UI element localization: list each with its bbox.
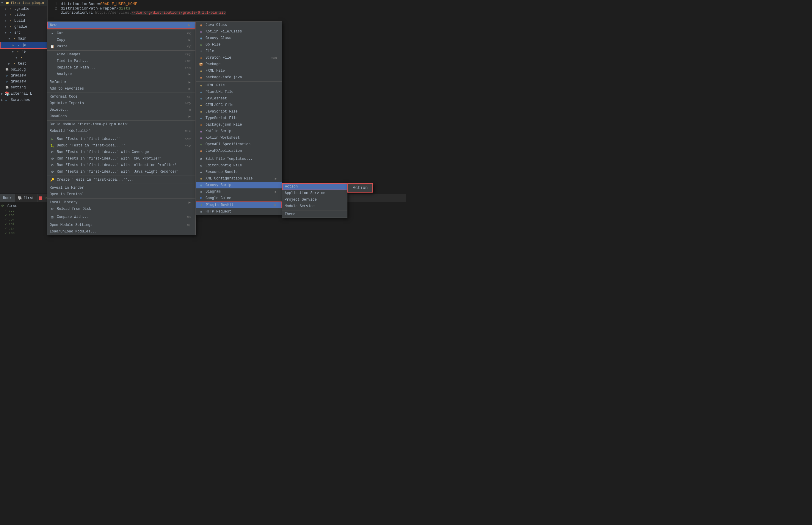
- submenu-stylesheet[interactable]: ◈ Stylesheet: [196, 95, 282, 102]
- menu-item-reload[interactable]: ⟳ Reload from Disk: [47, 206, 196, 212]
- tree-item-resources[interactable]: ▼ ▪ re: [0, 49, 47, 55]
- menu-item-terminal[interactable]: Open in Terminal: [47, 191, 196, 198]
- separator-files-2: [196, 155, 282, 155]
- tree-item-main[interactable]: ▼ ▪ main: [0, 36, 47, 42]
- tree-item-build[interactable]: ▶ ▪ build: [0, 18, 47, 24]
- submenu-html[interactable]: ◈ HTML File: [196, 82, 282, 89]
- submenu-go-file[interactable]: ◉ Go File: [196, 41, 282, 48]
- submenu-groovy-script[interactable]: ◉ Groovy Script: [196, 182, 282, 189]
- menu-item-run-alloc[interactable]: ⟳ Run 'Tests in 'first-idea...' with 'Al…: [47, 162, 196, 168]
- plugin-project-service[interactable]: Project Service: [282, 196, 347, 203]
- tree-item-src[interactable]: ▼ ▪ src: [0, 30, 47, 36]
- menu-item-delete[interactable]: Delete... ⌫: [47, 107, 196, 113]
- tree-item-gradle[interactable]: ▶ ▪ .gradle: [0, 6, 47, 12]
- submenu-xml-config[interactable]: ◈ XML Configuration File ▶: [196, 175, 282, 182]
- menu-item-copy[interactable]: Copy ▶: [47, 36, 196, 43]
- submenu-diagram[interactable]: ◈ Diagram ▶: [196, 189, 282, 195]
- submenu-cfml[interactable]: ◈ CFML/CFC file: [196, 102, 282, 108]
- tree-item-gradlew2[interactable]: ▷ gradlew: [0, 78, 47, 85]
- submenu-package-info[interactable]: ◉ package-info.java: [196, 74, 282, 81]
- tree-item-java[interactable]: ▶ ▪ ja: [0, 42, 47, 49]
- test-item-pc[interactable]: ✓ :pc: [5, 231, 45, 235]
- submenu-plantuml[interactable]: ◈ PlantUML File: [196, 89, 282, 95]
- test-root[interactable]: ⟳ first-: [1, 203, 45, 208]
- menu-item-find-usages[interactable]: Find Usages ⌥F7: [47, 51, 196, 58]
- test-item-ir[interactable]: ✓ :ir: [5, 226, 45, 231]
- menu-item-run-cpu[interactable]: ⟳ Run 'Tests in 'first-idea...' with 'CP…: [47, 155, 196, 162]
- tree-item-settings[interactable]: 🐘 setting: [0, 85, 47, 90]
- menu-item-run-coverage[interactable]: ⟳ Run 'Tests in 'first-idea...' with Cov…: [47, 149, 196, 155]
- submenu-edit-templates[interactable]: ⚙ Edit File Templates...: [196, 156, 282, 162]
- menu-item-reformat[interactable]: Reformat Code ⌘L: [47, 93, 196, 100]
- menu-item-module-settings[interactable]: Open Module Settings ⌘↓: [47, 222, 196, 228]
- paste-icon: 📋: [50, 45, 55, 48]
- menu-item-cut[interactable]: ✂ Cut ⌘X: [47, 30, 196, 36]
- submenu-javafx[interactable]: ◉ JavaFXApplication: [196, 148, 282, 154]
- menu-item-favorites[interactable]: Add to Favorites ▶: [47, 86, 196, 92]
- test-item-pr[interactable]: ✓ :pr: [5, 217, 45, 222]
- submenu-http-request[interactable]: ◈ HTTP Request: [196, 208, 282, 215]
- submenu-kotlin-script[interactable]: ◉ Kotlin Script: [196, 128, 282, 135]
- tree-item-gradlew[interactable]: ▷ gradlew: [0, 73, 47, 78]
- menu-item-new[interactable]: New ▶: [47, 22, 196, 29]
- submenu-fxml[interactable]: ◈ FXML File: [196, 68, 282, 74]
- test-item-pa[interactable]: ✓ :pa: [5, 213, 45, 217]
- menu-item-optimize[interactable]: Optimize Imports ^⌥O: [47, 100, 196, 107]
- debug-icon: 🐛: [50, 144, 55, 148]
- tree-item-gradle-dir[interactable]: ▶ ▪ gradle: [0, 24, 47, 30]
- external-libraries[interactable]: ▶ 📚 External L: [0, 90, 47, 97]
- submenu-java-class[interactable]: ◉ Java Class: [196, 22, 282, 28]
- submenu-kotlin-class[interactable]: ◉ Kotlin File/Class: [196, 28, 282, 35]
- menu-item-load-modules[interactable]: Load/Unload Modules...: [47, 228, 196, 235]
- javafx-icon: ◉: [198, 149, 204, 153]
- tree-item-resources-sub[interactable]: ▼ ▪: [0, 55, 47, 61]
- submenu-editorconfig[interactable]: ⚙ EditorConfig File: [196, 162, 282, 169]
- menu-item-paste[interactable]: 📋 Paste ⌘V: [47, 43, 196, 50]
- menu-item-new-label: New: [50, 23, 186, 27]
- test-item-cl[interactable]: ✓ :cl: [5, 222, 45, 226]
- run-tab-first[interactable]: 🐘 first: [15, 194, 37, 202]
- submenu-resource-bundle[interactable]: ◈ Resource Bundle: [196, 169, 282, 175]
- submenu-kotlin-worksheet[interactable]: ◉ Kotlin Worksheet: [196, 135, 282, 141]
- menu-item-create-tests[interactable]: 🔑 Create 'Tests in 'first-idea...''...: [47, 177, 196, 183]
- project-root[interactable]: ▼ 📁 first-idea-plugin: [0, 0, 47, 6]
- tree-item-test[interactable]: ▶ ▪ test: [0, 61, 47, 67]
- tree-item-buildg[interactable]: 🐘 build.g: [0, 67, 47, 73]
- menu-item-javadocs[interactable]: JavaDocs ▶: [47, 113, 196, 120]
- plugin-action-item[interactable]: Action: [282, 183, 347, 190]
- editor-line-3: distributionUrl=https://services.--dle.o…: [51, 11, 403, 15]
- menu-item-run-tests[interactable]: ▶ Run 'Tests in 'first-idea...'' ^⌥R: [47, 136, 196, 142]
- submenu-openapi[interactable]: ◈ OpenAPI Specification: [196, 141, 282, 148]
- plugin-app-service[interactable]: Application Service: [282, 190, 347, 196]
- submenu-google-guice[interactable]: G Google Guice: [196, 195, 282, 201]
- menu-item-replace-path[interactable]: Replace in Path... ⇧⌘R: [47, 64, 196, 71]
- menu-item-debug-tests[interactable]: 🐛 Debug 'Tests in 'first-idea...'' ^⌥D: [47, 142, 196, 149]
- plugin-theme[interactable]: Theme: [282, 211, 347, 217]
- submenu-plugin-devkit[interactable]: ◈ Plugin DevKit ▶: [196, 201, 282, 208]
- submenu-js[interactable]: ◈ JavaScript File: [196, 108, 282, 115]
- menu-item-rebuild[interactable]: Rebuild '<default>' ⌘F9: [47, 128, 196, 134]
- test-item-cc[interactable]: ✓ :cc: [5, 208, 45, 213]
- scratches[interactable]: ▶ ✏ Scratches: [0, 97, 47, 103]
- menu-item-paste-label: Paste: [57, 44, 179, 48]
- menu-item-analyze[interactable]: Analyze ▶: [47, 71, 196, 77]
- submenu-scratch-file[interactable]: ◈ Scratch File ⇧⌘N: [196, 55, 282, 61]
- submenu-groovy-class[interactable]: ◉ Groovy Class: [196, 35, 282, 41]
- plugin-module-service[interactable]: Module Service: [282, 203, 347, 210]
- menu-item-reveal[interactable]: Reveal in Finder: [47, 184, 196, 191]
- menu-item-build-module[interactable]: Build Module 'first-idea-plugin.main': [47, 121, 196, 128]
- menu-item-find-path[interactable]: Find in Path... ⇧⌘F: [47, 58, 196, 64]
- menu-item-local-history[interactable]: Local History ▶: [47, 199, 196, 206]
- menu-item-run-jfr[interactable]: ⟳ Run 'Tests in 'first-idea...' with 'Ja…: [47, 168, 196, 175]
- submenu-package-json[interactable]: ◈ package.json File: [196, 121, 282, 128]
- run-tab-run[interactable]: Run:: [0, 194, 15, 202]
- menu-item-refactor[interactable]: Refactor ▶: [47, 79, 196, 86]
- submenu-package[interactable]: 📦 Package: [196, 61, 282, 68]
- submenu-ts[interactable]: ◈ TypeScript File: [196, 115, 282, 121]
- menu-item-compare[interactable]: ◫ Compare With... ⌘D: [47, 214, 196, 220]
- tree-item-idea[interactable]: ▶ ▪ .idea: [0, 12, 47, 18]
- java-class-icon: ◉: [198, 23, 204, 27]
- plantuml-icon: ◈: [198, 90, 204, 94]
- stop-button[interactable]: [39, 196, 42, 200]
- submenu-file[interactable]: ▫ File: [196, 48, 282, 55]
